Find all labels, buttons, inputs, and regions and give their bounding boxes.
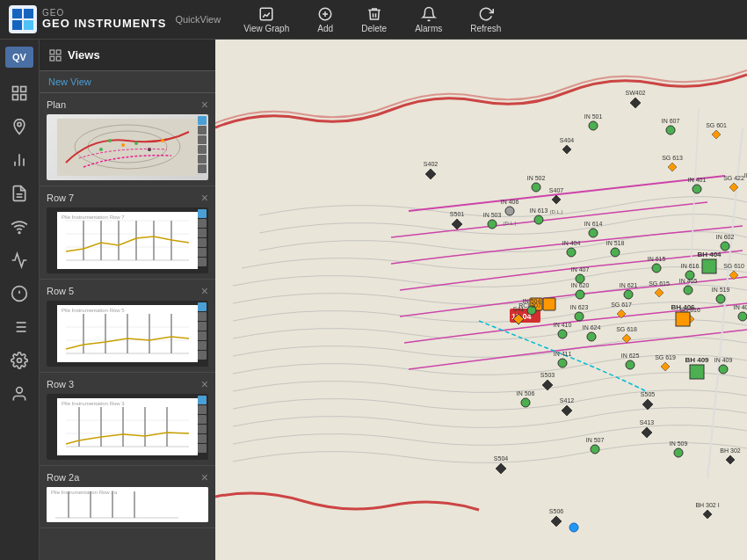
refresh-button[interactable]: Refresh	[465, 4, 506, 36]
svg-text:S503: S503	[540, 372, 555, 378]
svg-text:S407: S407	[549, 187, 563, 193]
view-icon-r5-1	[198, 302, 207, 311]
svg-text:SG 618: SG 618	[616, 326, 637, 332]
svg-rect-82	[215, 40, 747, 560]
view-row3-thumbnail: Pile Instrumentation Row 3	[47, 394, 208, 460]
view-row2a-partial: Pile Instrumentation Row 2a	[47, 487, 208, 522]
svg-marker-262	[726, 455, 735, 464]
svg-text:BH 406: BH 406	[671, 303, 695, 311]
view-icon-r3-5	[198, 434, 207, 443]
svg-point-12	[18, 122, 21, 126]
view-item-row5[interactable]: Row 5 ×	[40, 280, 215, 373]
view-item-row3[interactable]: Row 3 ×	[40, 373, 215, 466]
view-row7-thumbnail: Pile Instrumentation Row 7	[47, 207, 208, 273]
svg-text:S505: S505	[641, 391, 655, 397]
svg-marker-91	[712, 130, 721, 139]
new-view-button[interactable]: New View	[40, 71, 215, 93]
view-icon-r7-2	[198, 219, 207, 228]
logo-text: GEO GEO INSTRUMENTS	[42, 8, 166, 30]
view-plan-icons	[198, 116, 207, 173]
alarms-button[interactable]: Alarms	[410, 4, 447, 36]
svg-text:SG 617: SG 617	[611, 302, 632, 308]
view-graph-button[interactable]: View Graph	[238, 4, 294, 36]
svg-rect-30	[50, 50, 54, 55]
svg-rect-1	[24, 9, 33, 18]
svg-text:IN 409: IN 409	[714, 357, 733, 363]
svg-rect-32	[50, 56, 54, 61]
sidebar-views-icon[interactable]	[4, 78, 34, 108]
view-icon-r5-3	[198, 322, 207, 331]
svg-point-186	[527, 306, 536, 315]
view-row7-close[interactable]: ×	[201, 192, 208, 204]
svg-rect-3	[24, 20, 33, 30]
view-row3-title: Row 3	[47, 379, 74, 389]
view-row5-close[interactable]: ×	[201, 285, 208, 297]
svg-rect-9	[21, 87, 26, 92]
svg-text:IN 613: IN 613	[530, 207, 548, 214]
svg-point-215	[558, 359, 567, 367]
svg-text:IN 407: IN 407	[571, 266, 590, 273]
refresh-label: Refresh	[470, 24, 501, 33]
svg-point-40	[148, 148, 151, 151]
svg-text:BH 302: BH 302	[720, 447, 740, 454]
svg-text:S504: S504	[494, 455, 508, 462]
svg-text:IN 406: IN 406	[501, 199, 519, 205]
svg-text:IN 620: IN 620	[571, 282, 590, 288]
svg-text:IN 615: IN 615	[648, 256, 666, 262]
view-item-plan[interactable]: Plan ×	[40, 93, 215, 186]
add-button[interactable]: Add	[312, 4, 338, 36]
view-item-row7[interactable]: Row 7 ×	[40, 186, 215, 280]
view-icon-r7-5	[198, 248, 207, 257]
svg-point-155	[685, 271, 694, 280]
view-row7-chart: Pile Instrumentation Row 7	[47, 207, 208, 273]
svg-text:Pile Instrumentation Row 3: Pile Instrumentation Row 3	[62, 401, 125, 406]
view-icon-4	[198, 145, 207, 154]
view-item-row2a[interactable]: Row 2a × Pile Instrumentation Row 2a	[40, 466, 215, 528]
sidebar-alarm-icon[interactable]	[4, 279, 34, 309]
svg-point-41	[99, 148, 103, 151]
view-icon-r3-2	[198, 405, 207, 414]
sidebar-wifi-icon[interactable]	[4, 212, 34, 242]
svg-text:S412: S412	[560, 397, 574, 404]
svg-marker-97	[562, 145, 571, 154]
sidebar-list-icon[interactable]	[4, 312, 34, 342]
svg-point-153	[576, 274, 584, 283]
svg-point-137	[567, 248, 576, 257]
view-row3-close[interactable]: ×	[201, 378, 208, 390]
view-row2a-header: Row 2a ×	[47, 471, 208, 484]
svg-text:IN 616: IN 616	[681, 263, 700, 269]
svg-text:SG 613: SG 613	[662, 155, 683, 161]
svg-rect-8	[13, 87, 18, 92]
svg-text:IN 502: IN 502	[527, 175, 546, 181]
svg-marker-206	[622, 334, 631, 343]
svg-rect-85	[530, 298, 542, 310]
map-area[interactable]: 13.04 SW402 IN 501 SG 601	[215, 40, 747, 560]
svg-text:IN 503: IN 503	[483, 212, 502, 218]
svg-text:BH 409: BH 409	[685, 356, 709, 364]
sidebar-user-icon[interactable]	[4, 379, 34, 409]
view-row2a-close[interactable]: ×	[201, 471, 208, 484]
svg-text:BH 404: BH 404	[697, 251, 722, 258]
svg-marker-175	[655, 288, 664, 297]
delete-button[interactable]: Delete	[356, 4, 392, 36]
svg-text:S413: S413	[640, 419, 654, 425]
svg-point-18	[18, 232, 20, 234]
svg-text:S404: S404	[560, 137, 574, 143]
svg-text:IN 509: IN 509	[670, 440, 688, 447]
sidebar-chart-icon[interactable]	[4, 145, 34, 175]
svg-point-101	[532, 183, 540, 192]
view-icon-r7-1	[198, 209, 207, 218]
svg-point-202	[558, 330, 567, 338]
sidebar-gear-icon[interactable]	[4, 345, 34, 375]
views-panel-header: Views	[40, 40, 215, 71]
sidebar-linechart-icon[interactable]	[4, 245, 34, 275]
sidebar-doc-icon[interactable]	[4, 178, 34, 208]
sidebar-map-icon[interactable]	[4, 112, 34, 142]
view-icon-r7-6	[198, 258, 207, 266]
view-icon-r5-4	[198, 331, 207, 340]
svg-point-39	[134, 142, 138, 145]
svg-rect-11	[21, 95, 26, 100]
svg-text:SG 601: SG 601	[706, 122, 727, 128]
svg-text:SG 610: SG 610	[723, 263, 744, 269]
view-plan-close[interactable]: ×	[201, 98, 208, 111]
